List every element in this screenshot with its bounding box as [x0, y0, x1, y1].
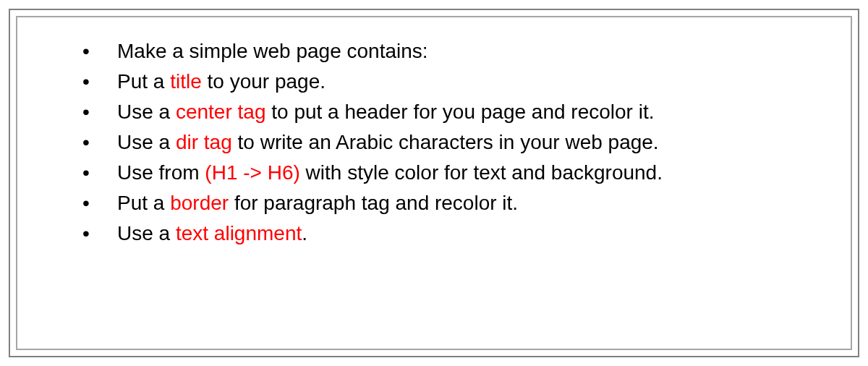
text-segment: Use a [117, 101, 176, 123]
text-segment: for paragraph tag and recolor it. [229, 192, 518, 214]
text-segment: Use a [117, 222, 176, 244]
text-segment: to write an Arabic characters in your we… [232, 131, 659, 153]
text-segment: with style color for text and background… [300, 161, 663, 184]
list-item: Put a border for paragraph tag and recol… [82, 188, 816, 218]
list-item: Use a center tag to put a header for you… [82, 97, 816, 127]
text-segment: Put a [117, 70, 170, 93]
highlight-center-tag: center tag [176, 101, 266, 123]
highlight-border: border [170, 192, 229, 214]
text-segment: to your page. [202, 70, 326, 93]
list-item: Use from (H1 -> H6) with style color for… [82, 158, 816, 188]
list-item: Use a dir tag to write an Arabic charact… [82, 127, 816, 158]
highlight-title: title [170, 70, 202, 93]
highlight-text-alignment: text alignment [176, 222, 302, 244]
instruction-list: Make a simple web page contains: Put a t… [82, 36, 816, 249]
text-segment: Use a [117, 131, 176, 153]
highlight-h1-h6: (H1 -> H6) [205, 161, 299, 184]
inner-frame: Make a simple web page contains: Put a t… [16, 16, 852, 350]
highlight-dir-tag: dir tag [176, 131, 232, 153]
outer-frame: Make a simple web page contains: Put a t… [9, 9, 859, 357]
text-segment: . [302, 222, 307, 244]
text-segment: to put a header for you page and recolor… [265, 101, 654, 123]
list-item: Put a title to your page. [82, 67, 816, 97]
text-segment: Put a [117, 192, 170, 214]
list-item: Make a simple web page contains: [82, 36, 816, 67]
text-segment: Make a simple web page contains: [117, 40, 428, 62]
text-segment: Use from [117, 161, 205, 184]
list-item: Use a text alignment. [82, 218, 816, 249]
